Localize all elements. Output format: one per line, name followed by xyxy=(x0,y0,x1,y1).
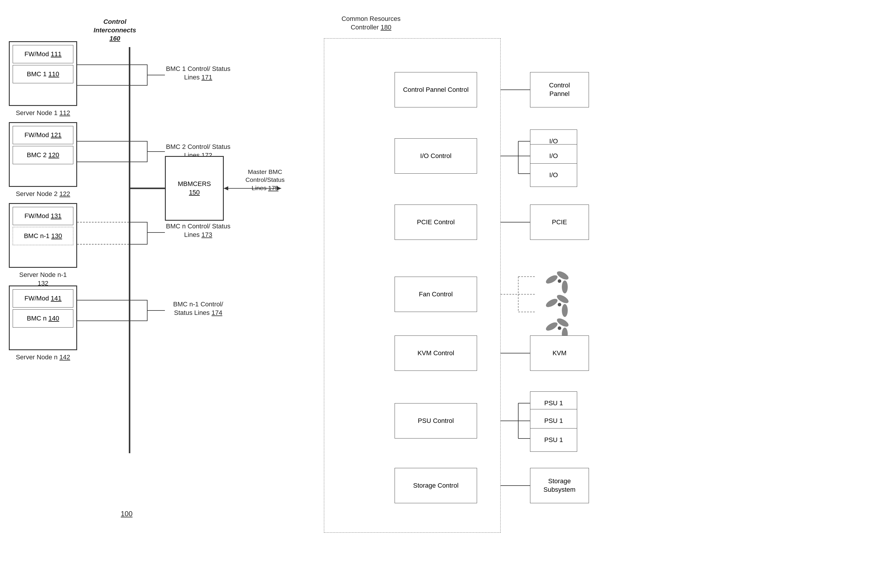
pcie-control-label: PCIE Control xyxy=(417,218,455,226)
svg-point-53 xyxy=(545,321,559,332)
io-box-3: I/O xyxy=(530,164,577,187)
control-panel-control-label: Control Pannel Control xyxy=(403,86,469,94)
bmc-3-box: BMC n-1 130 xyxy=(13,227,73,245)
control-panel-peripheral-label: ControlPannel xyxy=(549,81,570,98)
fw-mod-1-label: FW/Mod 111 xyxy=(24,50,62,58)
io-control-box: I/O Control xyxy=(395,138,477,174)
pcie-box: PCIE xyxy=(530,204,589,240)
fw-mod-2-label: FW/Mod 121 xyxy=(24,131,62,140)
bmc-1-box: BMC 1 110 xyxy=(13,65,73,83)
svg-point-52 xyxy=(558,303,561,306)
storage-subsystem-box: StorageSubsystem xyxy=(530,468,589,503)
server-node-4-label: Server Node n 142 xyxy=(9,353,77,362)
bmc-line-4-label: BMC n-1 Control/ Status Lines 174 xyxy=(164,300,232,317)
svg-point-45 xyxy=(545,274,559,285)
mbmcers-box: MBMCERS 150 xyxy=(165,156,224,221)
kvm-control-box: KVM Control xyxy=(395,336,477,371)
bmc-2-box: BMC 2 120 xyxy=(13,146,73,164)
svg-point-49 xyxy=(545,297,559,309)
bmc-line-3-label: BMC n Control/ Status Lines 173 xyxy=(164,222,232,239)
bmc-2-label: BMC 2 120 xyxy=(27,151,59,159)
svg-point-47 xyxy=(556,270,570,281)
kvm-control-label: KVM Control xyxy=(417,349,454,358)
fw-mod-1-box: FW/Mod 111 xyxy=(13,45,73,63)
mbmcers-label: MBMCERS xyxy=(178,180,211,188)
fw-mod-4-box: FW/Mod 141 xyxy=(13,289,73,308)
svg-point-48 xyxy=(558,279,561,283)
bmc-4-box: BMC n 140 xyxy=(13,309,73,327)
mbmcers-num: 150 xyxy=(189,189,200,196)
server-node-3-label: Server Node n-1132 xyxy=(9,271,77,288)
bmc-1-label: BMC 1 110 xyxy=(27,70,59,79)
psu-control-label: PSU Control xyxy=(418,417,454,425)
io-control-label: I/O Control xyxy=(420,152,451,160)
fan-control-box: Fan Control xyxy=(395,277,477,312)
psu-control-box: PSU Control xyxy=(395,403,477,438)
fan-control-label: Fan Control xyxy=(419,290,453,299)
server-node-2-outer: FW/Mod 121 BMC 2 120 xyxy=(9,122,77,187)
control-panel-box: ControlPannel xyxy=(530,72,589,107)
storage-control-box: Storage Control xyxy=(395,468,477,503)
master-bmc-label: Master BMCControl/StatusLines 175 xyxy=(236,168,294,192)
bmc-line-1-label: BMC 1 Control/ Status Lines 171 xyxy=(164,65,232,81)
fw-mod-3-label: FW/Mod 131 xyxy=(24,212,62,220)
psu-box-3: PSU 1 xyxy=(530,428,577,452)
control-panel-control-box: Control Pannel Control xyxy=(395,72,477,107)
fw-mod-4-label: FW/Mod 141 xyxy=(24,294,62,303)
interconnects-label: Control Interconnects 160 xyxy=(86,18,144,43)
svg-point-51 xyxy=(556,293,570,304)
storage-control-label: Storage Control xyxy=(413,482,458,490)
svg-point-55 xyxy=(556,316,570,328)
crc-label: Common Resources Controller 180 xyxy=(327,15,415,32)
fw-mod-3-box: FW/Mod 131 xyxy=(13,207,73,225)
bmc-3-label: BMC n-1 130 xyxy=(24,232,62,240)
figure-number: 100 xyxy=(97,509,156,518)
server-node-4-outer: FW/Mod 141 BMC n 140 xyxy=(9,285,77,350)
bmc-4-label: BMC n 140 xyxy=(27,314,59,323)
server-node-1-outer: FW/Mod 111 BMC 1 110 xyxy=(9,41,77,106)
pcie-control-box: PCIE Control xyxy=(395,204,477,240)
server-node-1-label: Server Node 1 112 xyxy=(9,109,77,117)
svg-point-56 xyxy=(558,326,561,330)
diagram-container: FW/Mod 111 BMC 1 110 Server Node 1 112 F… xyxy=(0,0,889,588)
fw-mod-2-box: FW/Mod 121 xyxy=(13,126,73,144)
kvm-box: KVM xyxy=(530,336,589,371)
server-node-3-outer: FW/Mod 131 BMC n-1 130 xyxy=(9,203,77,268)
svg-marker-12 xyxy=(224,186,228,190)
server-node-2-label: Server Node 2 122 xyxy=(9,190,77,198)
